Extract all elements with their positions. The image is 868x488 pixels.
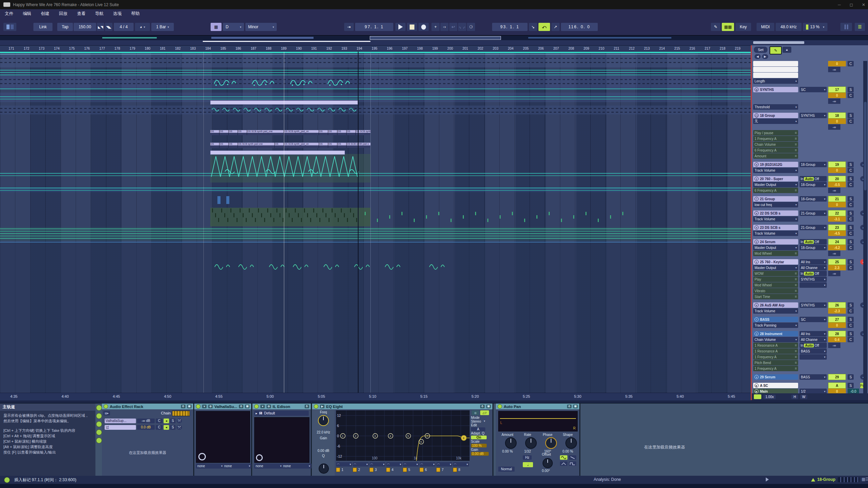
track-name-box[interactable]: ▾23 DS SCB s bbox=[753, 225, 798, 230]
band-shape-select[interactable]: ◠▾ bbox=[336, 462, 352, 467]
bar-ruler[interactable]: 1711721731741751761771781791801811821831… bbox=[0, 46, 751, 52]
eq-band-3[interactable]: ◠▾3 bbox=[369, 462, 385, 472]
track-header[interactable]: ▾19 (81D1612G bbox=[753, 162, 798, 167]
track-name-box[interactable]: ▾24 Serum bbox=[753, 239, 798, 245]
audition-headphone-icon[interactable]: ◎ bbox=[472, 410, 479, 415]
track-number[interactable]: 19 bbox=[828, 161, 846, 168]
monitor-in[interactable]: In bbox=[801, 240, 803, 244]
clip-segment[interactable]: DS bbox=[219, 130, 229, 135]
solo-button[interactable]: S bbox=[848, 374, 854, 380]
band-power-box[interactable] bbox=[336, 468, 340, 472]
knob-dial[interactable] bbox=[545, 437, 557, 449]
solo-button[interactable]: S bbox=[848, 196, 854, 202]
plugin-knob[interactable] bbox=[256, 454, 263, 461]
volume-value[interactable]: -∞ bbox=[828, 124, 840, 130]
volume-value[interactable]: -∞ bbox=[828, 251, 840, 256]
routing-select[interactable]: 21-Group▾ bbox=[800, 210, 827, 216]
param-dropdown[interactable]: Track Volume▾ bbox=[753, 216, 798, 222]
routing-select[interactable]: All Ins▾ bbox=[800, 331, 827, 336]
routing-dropdown[interactable]: BASS▾ bbox=[800, 374, 827, 380]
chain-solo-button[interactable]: S bbox=[170, 419, 176, 423]
solo-button[interactable]: S bbox=[848, 162, 854, 167]
mode-value[interactable]: Stereo bbox=[471, 420, 481, 423]
track-header[interactable]: ▾23 DS SCB s bbox=[753, 225, 798, 230]
monitor-off[interactable]: Off bbox=[814, 272, 819, 276]
routing-select[interactable]: SYNTHS▾ bbox=[800, 113, 827, 118]
monitor-in[interactable]: In bbox=[801, 177, 803, 181]
track-header[interactable]: ◎SYNTHS bbox=[753, 87, 798, 92]
param-dropdown[interactable]: Track Panning▾ bbox=[753, 322, 798, 328]
autopan-knob-rate[interactable]: Rate1/32 bbox=[518, 433, 537, 453]
prev-preset-icon[interactable]: ▸ bbox=[256, 411, 257, 415]
hz-button[interactable]: Hz bbox=[523, 455, 532, 460]
nudge-up-button[interactable]: ◥◣ bbox=[105, 23, 112, 31]
normal-button[interactable]: Normal bbox=[498, 467, 515, 472]
track-header[interactable]: ▾22 DS SCB s bbox=[753, 210, 798, 216]
lane-label-box[interactable]: Chain Volume= bbox=[753, 142, 798, 147]
routing-select[interactable]: All Channe▾ bbox=[800, 337, 827, 342]
track-name-box[interactable]: ▾29 Serum bbox=[753, 374, 798, 380]
chain-speaker-icon[interactable]: ◂ bbox=[164, 419, 169, 423]
lane-label-box[interactable]: Play / pause= bbox=[753, 130, 798, 136]
lane-label-box[interactable]: Amount= bbox=[753, 153, 798, 159]
track-name-box[interactable]: ≡BASS bbox=[753, 317, 798, 322]
crossfade-button[interactable]: C bbox=[848, 308, 854, 314]
routing-dropdown[interactable]: All Ins▾ bbox=[800, 259, 827, 265]
automation-lane[interactable]: 1 Resonance A= bbox=[753, 348, 798, 354]
solo-button[interactable]: S bbox=[848, 225, 854, 230]
clip-segment[interactable]: DS SCB synth pad one bbox=[238, 143, 275, 148]
track-header-blank[interactable] bbox=[753, 67, 798, 72]
automation-arm-icon[interactable]: ◦› bbox=[440, 23, 448, 31]
band-toggle[interactable]: 4 bbox=[386, 468, 402, 472]
pan-value[interactable]: 0 bbox=[828, 202, 846, 207]
solo-button[interactable]: S bbox=[848, 383, 854, 388]
lane-label-box[interactable]: 6 Frequency A= bbox=[753, 188, 798, 193]
value-cell[interactable]: 20 bbox=[828, 176, 846, 182]
knob-dial[interactable] bbox=[505, 437, 517, 449]
loop-brace[interactable] bbox=[203, 41, 370, 42]
tempo-field[interactable]: 150.00 bbox=[74, 23, 96, 31]
time-ruler[interactable]: 4:354:404:454:504:555:005:055:105:155:20… bbox=[0, 393, 751, 400]
view-grid-icon[interactable] bbox=[3, 23, 16, 31]
info-icon[interactable] bbox=[4, 477, 10, 483]
fold-icon[interactable]: ▾ bbox=[260, 405, 265, 408]
band-toggle[interactable]: 3 bbox=[369, 468, 385, 472]
monitor-off[interactable]: Off bbox=[814, 344, 819, 347]
routing-dropdown[interactable]: 18-Group▾ bbox=[800, 182, 827, 187]
chain-solo-button[interactable]: S bbox=[170, 425, 176, 430]
device-title-bar[interactable]: ▶ EQ Eight ⥁ 💾︎ bbox=[312, 404, 492, 409]
clip-segment[interactable]: DS bbox=[319, 130, 328, 135]
value-cell[interactable]: 0 bbox=[828, 61, 846, 66]
shape-triangle-button[interactable] bbox=[560, 461, 567, 466]
menu-item-帮助[interactable]: 帮助 bbox=[126, 11, 144, 17]
track-number[interactable]: 23 bbox=[828, 224, 846, 231]
routing-select[interactable]: BASS▾ bbox=[800, 348, 827, 354]
set-button[interactable]: Set bbox=[754, 47, 767, 53]
clip-row[interactable]: DSDSDSDSDS SCB synth pad_oneDS SCB synth… bbox=[210, 130, 370, 135]
track-header[interactable]: ▾28 Instrument bbox=[753, 331, 798, 336]
value-cell[interactable]: -∞ bbox=[828, 188, 846, 193]
prev-arrow-icon[interactable]: ◀ bbox=[755, 54, 761, 59]
param-dropdown[interactable]: Master Output▾ bbox=[753, 265, 798, 270]
track-number[interactable]: 26 bbox=[828, 302, 846, 308]
solo-button[interactable]: S bbox=[848, 239, 854, 245]
play-button[interactable] bbox=[395, 23, 406, 31]
chain-hotswap-icon[interactable]: ⤱ bbox=[177, 425, 182, 430]
shape-saw-button[interactable] bbox=[569, 455, 576, 460]
track-header[interactable]: ◯18 Group bbox=[753, 113, 798, 118]
band-shape-select[interactable]: ◠▾ bbox=[453, 462, 469, 467]
track-name-box[interactable]: ▶A SC bbox=[753, 383, 798, 388]
value-cell[interactable]: 0 bbox=[828, 202, 846, 207]
hotswap-icon[interactable]: ⥁ bbox=[305, 405, 309, 408]
param-dropdown[interactable]: Master Output▾ bbox=[753, 182, 798, 187]
wrench-icon[interactable]: ⚙︎ bbox=[267, 405, 271, 408]
target-icon[interactable] bbox=[96, 421, 102, 427]
param-dropdown[interactable]: Track Volume▾ bbox=[753, 231, 798, 236]
menu-item-编辑[interactable]: 编辑 bbox=[18, 11, 36, 17]
automation-param-select[interactable]: Master Output▾ bbox=[753, 182, 798, 187]
automation-param-select[interactable]: 无▾ bbox=[753, 119, 798, 124]
band-shape-select[interactable]: ◠▾ bbox=[369, 462, 385, 467]
device-on-toggle[interactable] bbox=[196, 404, 200, 409]
routing-dropdown[interactable]: 18-Group▾ bbox=[800, 162, 827, 167]
track-name-box[interactable]: ▾20 760 - Super bbox=[753, 176, 798, 182]
